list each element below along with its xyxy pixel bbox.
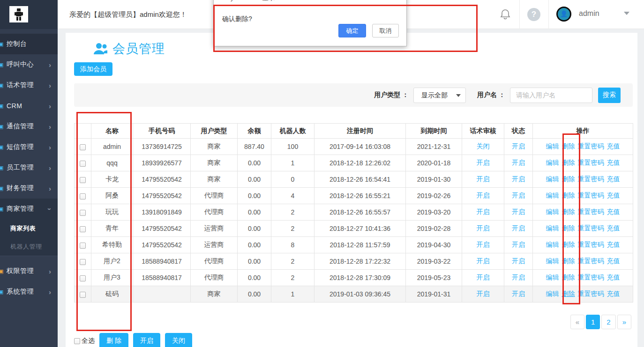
op-delete-link[interactable]: 删除: [562, 273, 575, 281]
dialog-cancel-button[interactable]: 取消: [372, 24, 399, 37]
help-icon[interactable]: ?: [527, 8, 540, 21]
op-edit-link[interactable]: 编辑: [546, 273, 559, 281]
script-audit-link[interactable]: 开启: [477, 159, 490, 166]
sidebar-item-callcenter[interactable]: ▣呼叫中心›: [0, 54, 58, 75]
status-link[interactable]: 开启: [512, 273, 525, 281]
row-checkbox[interactable]: [80, 259, 86, 265]
op-reset-password-link[interactable]: 重置密码: [578, 257, 604, 265]
script-audit-link[interactable]: 开启: [477, 224, 490, 232]
op-delete-link[interactable]: 删除: [562, 241, 575, 248]
script-audit-link[interactable]: 开启: [477, 241, 490, 248]
op-edit-link[interactable]: 编辑: [546, 241, 559, 248]
bulk-delete-button[interactable]: 删 除: [99, 333, 128, 347]
sidebar-item-script[interactable]: ▣话术管理›: [0, 75, 58, 96]
sidebar-item-console[interactable]: ▣控制台: [0, 34, 58, 54]
bulk-disable-button[interactable]: 关闭: [165, 333, 192, 347]
bell-icon[interactable]: [499, 8, 511, 21]
row-checkbox[interactable]: [80, 243, 86, 249]
header-username[interactable]: admin: [579, 9, 599, 18]
pagination-page-2[interactable]: 2: [601, 315, 615, 329]
script-audit-link[interactable]: 开启: [477, 273, 490, 281]
bulk-enable-button[interactable]: 开启: [133, 333, 160, 347]
row-checkbox[interactable]: [80, 177, 86, 183]
add-member-button[interactable]: 添加会员: [74, 62, 112, 76]
op-delete-link[interactable]: 删除: [562, 175, 575, 183]
caret-down-icon[interactable]: [624, 12, 629, 15]
op-edit-link[interactable]: 编辑: [546, 257, 559, 265]
sidebar-item-staff[interactable]: ▣员工管理›: [0, 157, 58, 178]
op-reset-password-link[interactable]: 重置密码: [578, 224, 604, 232]
op-recharge-link[interactable]: 充值: [607, 290, 620, 297]
status-link[interactable]: 开启: [512, 208, 525, 215]
sidebar-subitem-merchant-list[interactable]: 商家列表: [0, 219, 58, 237]
op-delete-link[interactable]: 删除: [562, 208, 575, 215]
script-audit-link[interactable]: 关闭: [477, 142, 490, 150]
status-link[interactable]: 开启: [512, 224, 525, 232]
pagination-prev[interactable]: «: [570, 315, 584, 329]
op-reset-password-link[interactable]: 重置密码: [578, 142, 604, 150]
sidebar-item-finance[interactable]: ▣财务管理›: [0, 178, 58, 199]
row-checkbox[interactable]: [80, 275, 86, 281]
avatar[interactable]: 👤: [556, 7, 571, 22]
op-edit-link[interactable]: 编辑: [546, 142, 559, 150]
op-delete-link[interactable]: 删除: [562, 224, 575, 232]
op-edit-link[interactable]: 编辑: [546, 192, 559, 199]
op-delete-link[interactable]: 删除: [562, 159, 575, 166]
script-audit-link[interactable]: 开启: [477, 290, 490, 297]
op-recharge-link[interactable]: 充值: [607, 159, 620, 166]
script-audit-link[interactable]: 开启: [477, 257, 490, 265]
sidebar-subitem-robot-mgmt[interactable]: 机器人管理: [0, 237, 58, 256]
user-type-select[interactable]: 显示全部: [413, 88, 466, 103]
script-audit-link[interactable]: 开启: [477, 192, 490, 199]
sidebar-item-permission[interactable]: ▣权限管理›: [0, 261, 58, 281]
op-reset-password-link[interactable]: 重置密码: [578, 175, 604, 183]
sidebar-item-comm[interactable]: ▣通信管理›: [0, 116, 58, 137]
op-recharge-link[interactable]: 充值: [607, 241, 620, 248]
op-edit-link[interactable]: 编辑: [546, 224, 559, 232]
op-edit-link[interactable]: 编辑: [546, 175, 559, 183]
op-reset-password-link[interactable]: 重置密码: [578, 208, 604, 215]
op-edit-link[interactable]: 编辑: [546, 159, 559, 166]
op-recharge-link[interactable]: 充值: [607, 208, 620, 215]
robot-logo-icon[interactable]: [9, 6, 28, 22]
row-checkbox[interactable]: [80, 161, 86, 167]
op-reset-password-link[interactable]: 重置密码: [578, 290, 604, 297]
op-delete-link[interactable]: 删除: [562, 257, 575, 265]
op-edit-link[interactable]: 编辑: [546, 208, 559, 215]
op-delete-link[interactable]: 删除: [562, 290, 575, 297]
op-recharge-link[interactable]: 充值: [607, 224, 620, 232]
status-link[interactable]: 开启: [512, 159, 525, 166]
username-input[interactable]: [510, 88, 592, 103]
row-checkbox[interactable]: [80, 210, 86, 216]
select-all-checkbox[interactable]: [74, 338, 80, 344]
sidebar-item-system[interactable]: ▣系统管理›: [0, 281, 58, 302]
search-button[interactable]: 搜索: [598, 88, 621, 103]
pagination-next[interactable]: »: [617, 315, 631, 329]
status-link[interactable]: 开启: [512, 257, 525, 265]
row-checkbox[interactable]: [80, 193, 86, 199]
op-reset-password-link[interactable]: 重置密码: [578, 241, 604, 248]
status-link[interactable]: 开启: [512, 175, 525, 183]
op-delete-link[interactable]: 删除: [562, 192, 575, 199]
op-reset-password-link[interactable]: 重置密码: [578, 273, 604, 281]
op-recharge-link[interactable]: 充值: [607, 175, 620, 183]
op-delete-link[interactable]: 删除: [562, 142, 575, 150]
status-link[interactable]: 开启: [512, 290, 525, 297]
row-checkbox[interactable]: [80, 226, 86, 232]
status-link[interactable]: 开启: [512, 192, 525, 199]
op-recharge-link[interactable]: 充值: [607, 142, 620, 150]
status-link[interactable]: 开启: [512, 241, 525, 248]
op-reset-password-link[interactable]: 重置密码: [578, 159, 604, 166]
op-recharge-link[interactable]: 充值: [607, 257, 620, 265]
dialog-confirm-button[interactable]: 确定: [338, 24, 366, 37]
row-checkbox[interactable]: [80, 144, 86, 150]
script-audit-link[interactable]: 开启: [477, 208, 490, 215]
script-audit-link[interactable]: 开启: [477, 175, 490, 183]
op-edit-link[interactable]: 编辑: [546, 290, 559, 297]
pagination-page-1[interactable]: 1: [586, 315, 600, 329]
op-recharge-link[interactable]: 充值: [607, 273, 620, 281]
sidebar-item-crm[interactable]: ▣CRM›: [0, 96, 58, 116]
sidebar-item-sms[interactable]: ▣短信管理›: [0, 137, 58, 157]
op-recharge-link[interactable]: 充值: [607, 192, 620, 199]
op-reset-password-link[interactable]: 重置密码: [578, 192, 604, 199]
